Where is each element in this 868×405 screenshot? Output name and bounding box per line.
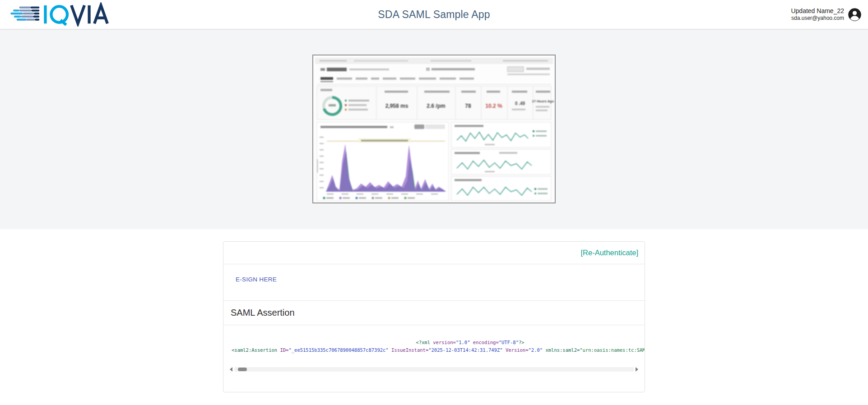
svg-text:2.6 /pm: 2.6 /pm <box>427 103 445 109</box>
svg-text:10.2 %: 10.2 % <box>485 103 502 109</box>
saml-assertion-viewer: <?xml version="1.0" encoding="UTF-8"?> <… <box>223 325 645 392</box>
xml-assertion-line: <saml2:Assertion ID="_ee51515b335c706789… <box>223 346 645 354</box>
saml-card: [Re-Authenticate] E-SIGN HERE SAML Asser… <box>223 241 645 392</box>
iqvia-logo <box>5 2 118 27</box>
svg-text:2,958 ms: 2,958 ms <box>385 103 408 109</box>
section-title: SAML Assertion <box>223 301 645 325</box>
scroll-right-arrow-icon[interactable] <box>636 367 638 372</box>
scrollbar-track[interactable] <box>234 367 634 372</box>
scrollbar-thumb[interactable] <box>238 368 247 371</box>
reauth-row: [Re-Authenticate] <box>223 242 645 264</box>
e-sign-link[interactable]: E-SIGN HERE <box>236 276 277 283</box>
iqvia-logo-icon <box>5 2 118 27</box>
svg-text:27 Hours Ago: 27 Hours Ago <box>532 99 554 103</box>
user-block: Updated Name_22 sda.user@yahoo.com <box>791 7 862 22</box>
scroll-left-arrow-icon[interactable] <box>230 367 232 372</box>
xml-code-block: <?xml version="1.0" encoding="UTF-8"?> <… <box>223 339 645 354</box>
svg-text:78: 78 <box>465 103 471 109</box>
user-email: sda.user@yahoo.com <box>791 15 844 22</box>
xml-declaration-line: <?xml version="1.0" encoding="UTF-8"?> <box>223 339 645 346</box>
esign-row: E-SIGN HERE <box>223 264 645 301</box>
user-name: Updated Name_22 <box>791 7 844 15</box>
dashboard-preview-image: 2,958 ms 2.6 /pm 78 10.2 % 0 .49 27 Hour… <box>312 55 556 203</box>
app-header: SDA SAML Sample App Updated Name_22 sda.… <box>0 0 868 29</box>
hero-section: 2,958 ms 2.6 /pm 78 10.2 % 0 .49 27 Hour… <box>0 29 868 229</box>
account-circle-icon[interactable] <box>848 8 862 22</box>
svg-text:0 .49: 0 .49 <box>515 101 525 106</box>
re-authenticate-link[interactable]: [Re-Authenticate] <box>581 249 639 257</box>
horizontal-scrollbar[interactable] <box>230 367 638 372</box>
page-title: SDA SAML Sample App <box>0 0 868 29</box>
